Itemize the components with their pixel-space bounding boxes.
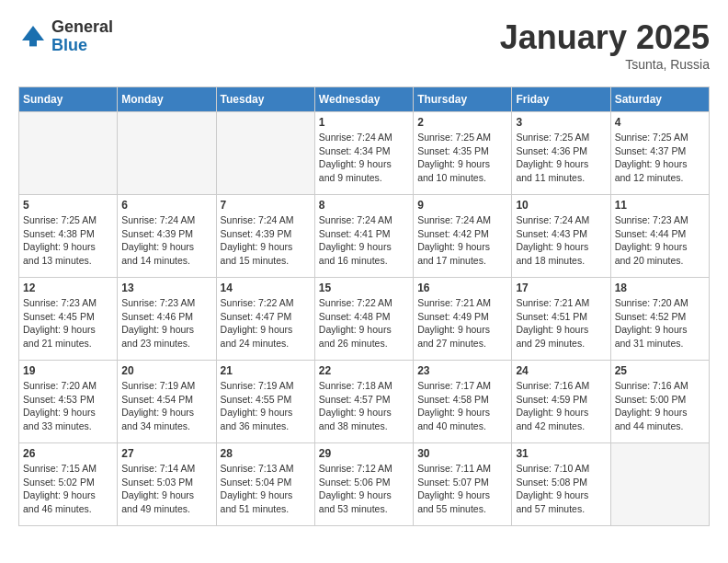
calendar-cell: 21Sunrise: 7:19 AMSunset: 4:55 PMDayligh… [216, 361, 314, 443]
week-row: 1Sunrise: 7:24 AMSunset: 4:34 PMDaylight… [19, 112, 710, 195]
header-day: Saturday [610, 87, 709, 112]
calendar-cell: 4Sunrise: 7:25 AMSunset: 4:37 PMDaylight… [610, 112, 709, 195]
day-info: Sunrise: 7:20 AMSunset: 4:53 PMDaylight:… [23, 379, 113, 433]
day-number: 31 [516, 447, 606, 460]
day-info: Sunrise: 7:22 AMSunset: 4:47 PMDaylight:… [221, 296, 311, 350]
calendar-cell: 10Sunrise: 7:24 AMSunset: 4:43 PMDayligh… [512, 195, 610, 278]
calendar-cell: 13Sunrise: 7:23 AMSunset: 4:46 PMDayligh… [118, 278, 216, 361]
day-info: Sunrise: 7:23 AMSunset: 4:46 PMDaylight:… [121, 296, 211, 350]
day-number: 13 [121, 282, 211, 294]
day-number: 29 [319, 447, 409, 460]
day-number: 19 [23, 364, 113, 377]
calendar-cell: 1Sunrise: 7:24 AMSunset: 4:34 PMDaylight… [314, 112, 413, 195]
calendar-cell: 12Sunrise: 7:23 AMSunset: 4:45 PMDayligh… [19, 278, 118, 361]
calendar-cell: 27Sunrise: 7:14 AMSunset: 5:03 PMDayligh… [118, 443, 216, 526]
calendar-cell: 30Sunrise: 7:11 AMSunset: 5:07 PMDayligh… [414, 443, 512, 526]
day-info: Sunrise: 7:16 AMSunset: 4:59 PMDaylight:… [516, 379, 606, 433]
day-number: 9 [417, 199, 507, 212]
calendar-table: SundayMondayTuesdayWednesdayThursdayFrid… [18, 86, 710, 526]
calendar-cell: 28Sunrise: 7:13 AMSunset: 5:04 PMDayligh… [216, 443, 314, 526]
calendar-cell: 2Sunrise: 7:25 AMSunset: 4:35 PMDaylight… [414, 112, 512, 195]
calendar-cell: 24Sunrise: 7:16 AMSunset: 4:59 PMDayligh… [512, 361, 610, 443]
day-number: 3 [516, 116, 606, 129]
day-number: 20 [121, 364, 211, 377]
day-number: 10 [516, 199, 606, 212]
logo-text: General Blue [51, 18, 113, 55]
calendar-cell: 26Sunrise: 7:15 AMSunset: 5:02 PMDayligh… [19, 443, 118, 526]
calendar-header: SundayMondayTuesdayWednesdayThursdayFrid… [19, 87, 710, 112]
day-info: Sunrise: 7:19 AMSunset: 4:55 PMDaylight:… [221, 379, 311, 433]
day-number: 16 [417, 282, 507, 294]
title-block: January 2025 Tsunta, Russia [500, 18, 710, 72]
logo-icon [18, 22, 48, 52]
day-number: 30 [417, 447, 507, 460]
day-number: 12 [23, 282, 113, 294]
header-day: Tuesday [216, 87, 314, 112]
day-info: Sunrise: 7:14 AMSunset: 5:03 PMDaylight:… [121, 462, 211, 516]
calendar-cell: 31Sunrise: 7:10 AMSunset: 5:08 PMDayligh… [512, 443, 610, 526]
day-number: 14 [221, 282, 311, 294]
header-day: Monday [118, 87, 216, 112]
day-info: Sunrise: 7:25 AMSunset: 4:35 PMDaylight:… [417, 131, 507, 185]
day-info: Sunrise: 7:12 AMSunset: 5:06 PMDaylight:… [319, 462, 409, 516]
calendar-cell: 7Sunrise: 7:24 AMSunset: 4:39 PMDaylight… [216, 195, 314, 278]
day-number: 25 [615, 364, 705, 377]
calendar-cell: 6Sunrise: 7:24 AMSunset: 4:39 PMDaylight… [118, 195, 216, 278]
day-number: 27 [121, 447, 211, 460]
calendar-cell: 22Sunrise: 7:18 AMSunset: 4:57 PMDayligh… [314, 361, 413, 443]
day-info: Sunrise: 7:24 AMSunset: 4:41 PMDaylight:… [319, 213, 409, 268]
day-info: Sunrise: 7:15 AMSunset: 5:02 PMDaylight:… [23, 462, 113, 516]
day-number: 15 [319, 282, 409, 294]
calendar-cell: 14Sunrise: 7:22 AMSunset: 4:47 PMDayligh… [216, 278, 314, 361]
calendar-cell: 19Sunrise: 7:20 AMSunset: 4:53 PMDayligh… [19, 361, 118, 443]
calendar-cell: 18Sunrise: 7:20 AMSunset: 4:52 PMDayligh… [610, 278, 709, 361]
day-info: Sunrise: 7:19 AMSunset: 4:54 PMDaylight:… [121, 379, 211, 433]
header-row: SundayMondayTuesdayWednesdayThursdayFrid… [19, 87, 710, 112]
day-number: 26 [23, 447, 113, 460]
day-info: Sunrise: 7:18 AMSunset: 4:57 PMDaylight:… [319, 379, 409, 433]
week-row: 26Sunrise: 7:15 AMSunset: 5:02 PMDayligh… [19, 443, 710, 526]
day-info: Sunrise: 7:24 AMSunset: 4:42 PMDaylight:… [417, 213, 507, 268]
day-number: 7 [221, 199, 311, 212]
day-number: 21 [221, 364, 311, 377]
logo-general: General [51, 18, 113, 37]
day-number: 4 [615, 116, 705, 129]
header-day: Thursday [414, 87, 512, 112]
calendar-cell: 16Sunrise: 7:21 AMSunset: 4:49 PMDayligh… [414, 278, 512, 361]
calendar-cell [118, 112, 216, 195]
logo: General Blue [18, 18, 113, 55]
day-info: Sunrise: 7:21 AMSunset: 4:51 PMDaylight:… [516, 296, 606, 350]
day-number: 18 [615, 282, 705, 294]
day-info: Sunrise: 7:25 AMSunset: 4:36 PMDaylight:… [516, 131, 606, 185]
day-info: Sunrise: 7:20 AMSunset: 4:52 PMDaylight:… [615, 296, 705, 350]
header-day: Friday [512, 87, 610, 112]
calendar-cell: 25Sunrise: 7:16 AMSunset: 5:00 PMDayligh… [610, 361, 709, 443]
day-number: 24 [516, 364, 606, 377]
calendar-cell: 5Sunrise: 7:25 AMSunset: 4:38 PMDaylight… [19, 195, 118, 278]
header-day: Sunday [19, 87, 118, 112]
day-info: Sunrise: 7:25 AMSunset: 4:38 PMDaylight:… [23, 213, 113, 268]
svg-rect-1 [29, 40, 37, 46]
week-row: 12Sunrise: 7:23 AMSunset: 4:45 PMDayligh… [19, 278, 710, 361]
day-info: Sunrise: 7:10 AMSunset: 5:08 PMDaylight:… [516, 462, 606, 516]
day-number: 2 [417, 116, 507, 129]
day-number: 23 [417, 364, 507, 377]
calendar-cell: 15Sunrise: 7:22 AMSunset: 4:48 PMDayligh… [314, 278, 413, 361]
calendar-cell: 29Sunrise: 7:12 AMSunset: 5:06 PMDayligh… [314, 443, 413, 526]
day-info: Sunrise: 7:11 AMSunset: 5:07 PMDaylight:… [417, 462, 507, 516]
calendar-cell: 23Sunrise: 7:17 AMSunset: 4:58 PMDayligh… [414, 361, 512, 443]
calendar-cell [19, 112, 118, 195]
day-info: Sunrise: 7:24 AMSunset: 4:39 PMDaylight:… [121, 213, 211, 268]
day-info: Sunrise: 7:24 AMSunset: 4:34 PMDaylight:… [319, 131, 409, 185]
month-title: January 2025 [500, 18, 710, 57]
week-row: 19Sunrise: 7:20 AMSunset: 4:53 PMDayligh… [19, 361, 710, 443]
svg-marker-0 [22, 26, 44, 40]
day-number: 1 [319, 116, 409, 129]
day-info: Sunrise: 7:23 AMSunset: 4:44 PMDaylight:… [615, 213, 705, 268]
day-info: Sunrise: 7:24 AMSunset: 4:39 PMDaylight:… [221, 213, 311, 268]
calendar-cell: 20Sunrise: 7:19 AMSunset: 4:54 PMDayligh… [118, 361, 216, 443]
calendar-cell: 17Sunrise: 7:21 AMSunset: 4:51 PMDayligh… [512, 278, 610, 361]
week-row: 5Sunrise: 7:25 AMSunset: 4:38 PMDaylight… [19, 195, 710, 278]
day-number: 8 [319, 199, 409, 212]
calendar-body: 1Sunrise: 7:24 AMSunset: 4:34 PMDaylight… [19, 112, 710, 526]
